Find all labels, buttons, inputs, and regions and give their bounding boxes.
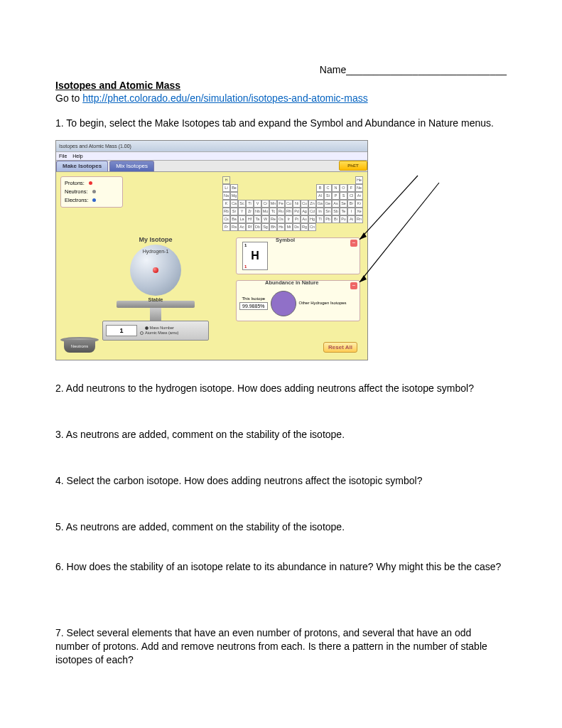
simulation-link[interactable]: http://phet.colorado.edu/en/simulation/i… [82,92,368,104]
mass-value: 1 [106,325,137,336]
reset-all-button[interactable]: Reset All [323,342,357,353]
tab-make-isotopes[interactable]: Make Isotopes [56,161,108,171]
symbol-panel: Symbol − 1 H 1 [236,237,360,274]
element-symbol-box: 1 H 1 [242,242,268,270]
close-icon[interactable]: − [350,282,357,289]
name-blank: _____________________________ [346,64,507,75]
neutron-icon [92,190,96,193]
name-field-line: Name_____________________________ [55,64,507,75]
question-7: 7. Select several elements that have an … [55,626,507,667]
question-5: 5. As neutrons are added, comment on the… [55,520,507,534]
abundance-panel: Abundance in Nature − This Isotope 99.98… [236,280,360,321]
worksheet-title: Isotopes and Atomic Mass [55,80,507,91]
periodic-table[interactable]: HHe LiBeBCNOFNe NaMgAlSiPSClAr KCaScTiVC… [222,176,363,231]
tab-bar: Make Isotopes Mix Isotopes PhET [56,161,367,172]
close-icon[interactable]: − [350,240,357,247]
isotope-title: My Isotope [85,236,227,243]
simulation-screenshot: Isotopes and Atomic Mass (1.00) File Hel… [55,140,396,368]
pie-chart-icon [271,291,296,316]
name-label: Name [320,64,346,75]
proton-icon [89,181,92,185]
menu-help[interactable]: Help [72,154,82,159]
svg-line-0 [360,176,418,240]
mass-number-radio[interactable] [145,326,148,330]
neutron-bucket[interactable]: Neutrons [60,337,99,355]
abundance-value: 99.9885% [239,302,268,310]
isotope-name: Hydrogen-1 [130,249,181,254]
proton-in-atom-icon [153,267,158,273]
particle-count-panel: Protons: Neutrons: Electrons: [60,176,123,208]
mass-scale: 1 Mass Number Atomic Mass (amu) [102,321,209,341]
question-6: 6. How does the stability of an isotope … [55,560,507,574]
menu-bar: File Help [56,152,367,161]
question-1: 1. To begin, select the Make Isotopes ta… [55,117,507,130]
goto-line: Go to http://phet.colorado.edu/en/simula… [55,92,507,104]
menu-file[interactable]: File [59,154,67,159]
atomic-number-label: 1 [244,264,247,269]
isotope-display: My Isotope Hydrogen-1 Stable 1 Mass Numb… [85,236,227,341]
question-4: 4. Select the carbon isotope. How does a… [55,474,507,488]
tab-mix-isotopes[interactable]: Mix Isotopes [109,161,154,171]
stability-label: Stable [85,297,227,302]
phet-logo: PhET [339,161,367,171]
question-2: 2. Add neutrons to the hydrogen isotope.… [55,382,507,395]
svg-line-2 [360,183,439,282]
atom-sphere[interactable]: Hydrogen-1 [130,245,181,296]
question-3: 3. As neutrons are added, comment on the… [55,428,507,441]
window-titlebar: Isotopes and Atomic Mass (1.00) [56,141,367,152]
atomic-mass-radio[interactable] [140,331,144,335]
electron-icon [92,198,96,202]
mass-number-label: 1 [244,243,247,247]
goto-prefix: Go to [55,92,82,104]
